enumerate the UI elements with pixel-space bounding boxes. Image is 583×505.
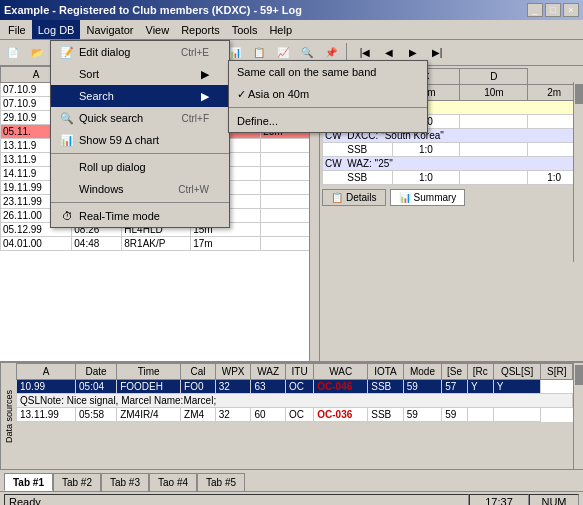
detail-waz-row: CW WAZ: "25": [323, 157, 581, 171]
menu-windows[interactable]: Windows Ctrl+W: [51, 178, 229, 200]
bottom-scrollbar[interactable]: [573, 363, 583, 469]
menu-bar: File Log DB Navigator View Reports Tools…: [0, 20, 583, 40]
waz-cell: CW WAZ: "25": [323, 157, 581, 171]
bh-qsls: QSL[S]: [493, 364, 541, 380]
detail-col-d: D: [460, 69, 528, 85]
status-time: 17:37: [469, 494, 529, 506]
details-tab-button[interactable]: 📋 Details: [322, 189, 386, 206]
bh-a: A: [17, 364, 76, 380]
menu-separator-2: [51, 202, 229, 203]
windows-icon: [59, 181, 75, 197]
tab-5[interactable]: Tab #5: [197, 473, 245, 491]
bottom-data-table: A Date Time Cal WPX WAZ ITU WAC IOTA Mod…: [16, 363, 573, 422]
menu-realtime[interactable]: ⏱ Real-Time mode: [51, 205, 229, 227]
menu-file[interactable]: File: [2, 20, 32, 39]
bottom-table-row-2[interactable]: 13.11.99 05:58 ZM4IR/4 ZM4 32 60 OC OC-0…: [17, 408, 573, 422]
sort-icon: [59, 66, 75, 82]
menu-reports[interactable]: Reports: [175, 20, 226, 39]
sort-arrow-icon: ▶: [201, 68, 209, 81]
tab-bar: Tab #1 Tab #2 Tab #3 Tao #4 Tab #5: [0, 469, 583, 491]
bh-wpx: WPX: [215, 364, 251, 380]
right-scrollbar-thumb[interactable]: [575, 84, 583, 104]
window-controls: _ □ ×: [527, 3, 579, 17]
bottom-scrollbar-thumb[interactable]: [575, 365, 583, 385]
menu-tools[interactable]: Tools: [226, 20, 264, 39]
details-icon: 📋: [331, 192, 343, 203]
menu-navigator[interactable]: Navigator: [80, 20, 139, 39]
rollup-icon: [59, 159, 75, 175]
tab-3[interactable]: Tab #3: [101, 473, 149, 491]
detail-row-2: SSB 1:0: [323, 143, 581, 157]
window-title: Example - Registered to Club members (KD…: [4, 4, 302, 16]
search-menu-icon: [59, 88, 75, 104]
bh-slr: S[R]: [541, 364, 573, 380]
bh-rc: [Rc: [467, 364, 493, 380]
menu-edit-dialog[interactable]: 📝 Edit dialog Ctrl+E: [51, 41, 229, 63]
summary-tab-button[interactable]: 📊 Summary: [390, 189, 466, 206]
bottom-panel: Data sources A Date Time Cal WPX WAZ ITU…: [0, 361, 583, 491]
panel-tab-bar: 📋 Details 📊 Summary: [320, 187, 583, 208]
status-bar: Ready 17:37 NUM: [0, 491, 583, 505]
menu-logdb[interactable]: Log DB: [32, 20, 81, 39]
minimize-button[interactable]: _: [527, 3, 543, 17]
logdb-dropdown-menu: 📝 Edit dialog Ctrl+E Sort ▶ Search ▶ 🔍 Q…: [50, 40, 230, 228]
realtime-icon: ⏱: [59, 208, 75, 224]
col-10m: 10m: [460, 85, 528, 101]
title-bar: Example - Registered to Club members (KD…: [0, 0, 583, 20]
tab-4[interactable]: Tao #4: [149, 473, 197, 491]
summary-icon: 📊: [399, 192, 411, 203]
submenu-separator: [229, 107, 427, 108]
new-button[interactable]: 📄: [2, 42, 24, 64]
open-button[interactable]: 📂: [26, 42, 48, 64]
menu-help[interactable]: Help: [263, 20, 298, 39]
bh-wac: WAC: [314, 364, 368, 380]
menu-quick-search[interactable]: 🔍 Quick search Ctrl+F: [51, 107, 229, 129]
submenu-same-call[interactable]: Same call on the same band: [229, 61, 427, 83]
nav-last[interactable]: ▶|: [426, 42, 448, 64]
tab-1[interactable]: Tab #1: [4, 473, 53, 491]
bh-itu: ITU: [285, 364, 313, 380]
bh-cal: Cal: [181, 364, 216, 380]
maximize-button[interactable]: □: [545, 3, 561, 17]
bh-iota: IOTA: [368, 364, 403, 380]
submenu-define[interactable]: Define...: [229, 110, 427, 132]
edit-icon: 📝: [59, 44, 75, 60]
bh-se: [Se: [442, 364, 468, 380]
bottom-table-area: Data sources A Date Time Cal WPX WAZ ITU…: [0, 363, 583, 469]
search-arrow-icon: ▶: [201, 90, 209, 103]
checkmark-icon: ✓: [237, 88, 246, 101]
bh-waz: WAZ: [251, 364, 286, 380]
bh-date: Date: [76, 364, 117, 380]
menu-separator-1: [51, 153, 229, 154]
qslnote-row: QSLNote: Nice signal, Marcel Name:Marcel…: [17, 394, 573, 408]
search-submenu: Same call on the same band ✓ Asia on 40m…: [228, 60, 428, 133]
bh-time: Time: [117, 364, 181, 380]
status-ready: Ready: [4, 494, 469, 506]
table-row[interactable]: 04.01.0004:488R1AK/P17m: [1, 237, 319, 251]
tab-2[interactable]: Tab #2: [53, 473, 101, 491]
menu-roll-up[interactable]: Roll up dialog: [51, 156, 229, 178]
menu-view[interactable]: View: [140, 20, 176, 39]
bottom-table-container: A Date Time Cal WPX WAZ ITU WAC IOTA Mod…: [16, 363, 573, 469]
qslnote-cell: QSLNote: Nice signal, Marcel Name:Marcel…: [17, 394, 573, 408]
status-num: NUM: [529, 494, 579, 506]
bottom-table-row[interactable]: 10.99 05:04 FOODEH FO0 32 63 OC OC-046 S…: [17, 380, 573, 394]
menu-sort[interactable]: Sort ▶: [51, 63, 229, 85]
menu-show-chart[interactable]: 📊 Show 59 Δ chart: [51, 129, 229, 151]
detail-row-3: SSB 1:0 1:0: [323, 171, 581, 185]
quick-search-icon: 🔍: [59, 110, 75, 126]
bh-mode: Mode: [403, 364, 442, 380]
close-button[interactable]: ×: [563, 3, 579, 17]
chart-icon: 📊: [59, 132, 75, 148]
menu-search[interactable]: Search ▶: [51, 85, 229, 107]
data-source-label: Data sources: [0, 363, 16, 469]
right-scrollbar[interactable]: [573, 82, 583, 262]
submenu-asia-40m[interactable]: ✓ Asia on 40m: [229, 83, 427, 105]
